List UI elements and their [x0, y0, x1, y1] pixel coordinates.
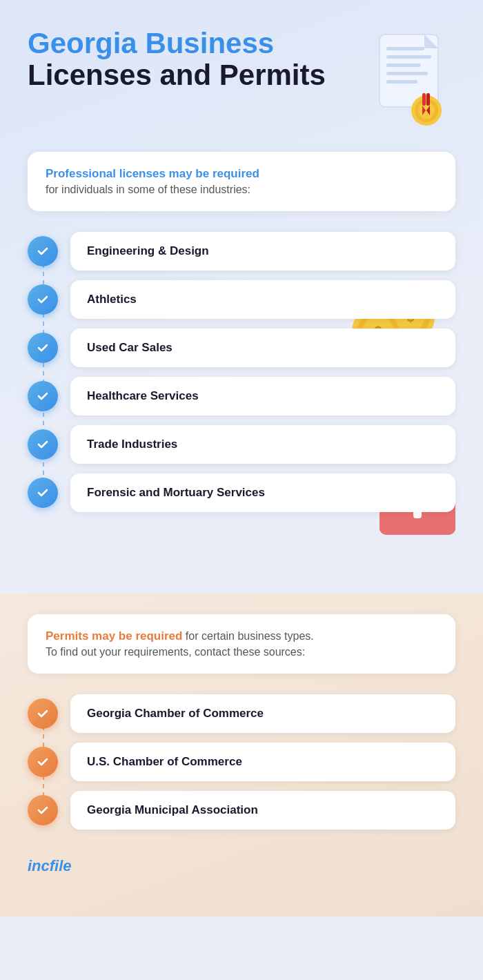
svg-rect-4 — [386, 72, 428, 75]
permits-line2: To find out your requirements, contact t… — [46, 646, 437, 658]
brand-name: incfile — [28, 857, 72, 875]
professional-licenses-info-card: Professional licenses may be required fo… — [28, 152, 455, 211]
check-icon-6 — [28, 478, 58, 508]
svg-rect-2 — [386, 55, 431, 59]
list-item: Trade Industries — [28, 425, 455, 464]
list-item: U.S. Chamber of Commerce — [28, 743, 455, 781]
incfile-brand: incfile — [28, 857, 455, 875]
list-item: Forensic and Mortuary Services — [28, 473, 455, 512]
svg-rect-10 — [426, 93, 430, 106]
license-item-athletics: Athletics — [70, 280, 455, 319]
check-icon-orange-2 — [28, 747, 58, 777]
permits-checklist: Georgia Chamber of Commerce U.S. Chamber… — [28, 694, 455, 830]
license-item-engineering: Engineering & Design — [70, 232, 455, 271]
license-item-forensic: Forensic and Mortuary Services — [70, 473, 455, 512]
permits-highlight: Permits may be required — [46, 629, 182, 643]
svg-rect-9 — [422, 93, 426, 106]
page-title-black: Licenses and Permits — [28, 59, 326, 91]
certificate-illustration — [366, 28, 455, 131]
list-item: Healthcare Services — [28, 377, 455, 415]
list-item: Used Car Sales — [28, 329, 455, 367]
license-item-used-car: Used Car Sales — [70, 329, 455, 367]
check-icon-orange-3 — [28, 795, 58, 825]
check-icon-2 — [28, 284, 58, 315]
license-item-trade: Trade Industries — [70, 425, 455, 464]
page-title-blue: Georgia Business — [28, 28, 326, 59]
list-item: Engineering & Design — [28, 232, 455, 271]
license-item-healthcare: Healthcare Services — [70, 377, 455, 415]
svg-rect-3 — [386, 63, 421, 67]
info-card-highlight: Professional licenses may be required — [46, 167, 437, 181]
check-icon-orange-1 — [28, 698, 58, 729]
permit-source-georgia-chamber: Georgia Chamber of Commerce — [70, 694, 455, 733]
svg-rect-5 — [386, 80, 417, 84]
check-icon-4 — [28, 381, 58, 411]
permits-inline-text: for certain business types. — [182, 630, 313, 642]
list-item: Athletics — [28, 280, 455, 319]
list-item: Georgia Municipal Association — [28, 791, 455, 830]
permits-info-card: Permits may be required for certain busi… — [28, 614, 455, 674]
check-icon-3 — [28, 333, 58, 363]
info-card-subtitle: for individuals in some of these industr… — [46, 184, 437, 196]
list-item: Georgia Chamber of Commerce — [28, 694, 455, 733]
licenses-checklist: Engineering & Design Athletics Used Car … — [28, 232, 455, 512]
check-icon-1 — [28, 236, 58, 266]
svg-rect-1 — [386, 47, 424, 50]
check-icon-5 — [28, 429, 58, 460]
permit-source-us-chamber: U.S. Chamber of Commerce — [70, 743, 455, 781]
permit-source-georgia-municipal: Georgia Municipal Association — [70, 791, 455, 830]
